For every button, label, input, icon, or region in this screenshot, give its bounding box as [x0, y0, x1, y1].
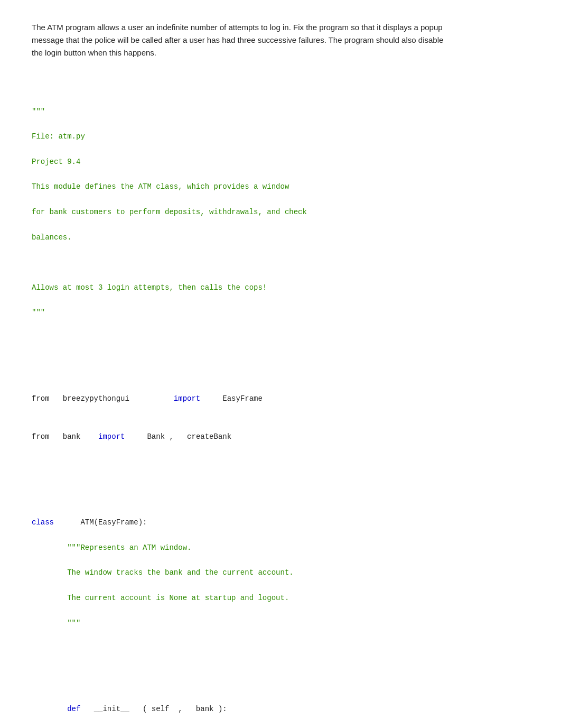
- spacer-2: [32, 468, 529, 479]
- from-keyword-2: from: [32, 432, 50, 441]
- docstring-blank-1: [32, 256, 529, 269]
- class-docstring-3: The current account is None at startup a…: [32, 592, 529, 605]
- docstring-line-1: File: atm.py: [32, 131, 529, 143]
- def-init-line: def __init__ ( self , bank ):: [32, 691, 529, 716]
- import-line-2: from bank import Bank , createBank: [32, 418, 529, 444]
- class-docstring-4: """: [32, 618, 529, 630]
- class-keyword: class: [32, 518, 54, 527]
- triple-quote-open: """: [32, 106, 529, 118]
- docstring-line-2: Project 9.4: [32, 156, 529, 169]
- import-keyword-2: import: [98, 432, 125, 441]
- def-keyword: def: [67, 705, 80, 713]
- code-block: """ File: atm.py Project 9.4 This module…: [32, 80, 529, 728]
- class-line: class ATM(EasyFrame):: [32, 504, 529, 530]
- triple-quote-close: """: [32, 307, 529, 319]
- docstring-line-3: This module defines the ATM class, which…: [32, 181, 529, 193]
- class-docstring-2: The window tracks the bank and the curre…: [32, 567, 529, 579]
- from-keyword-1: from: [32, 394, 50, 403]
- import-line-1: from breezypythongui import EasyFrame: [32, 380, 529, 406]
- spacer-3: [32, 655, 529, 666]
- docstring-line-7: Allows at most 3 login attempts, then ca…: [32, 282, 529, 294]
- spacer-1: [32, 345, 529, 355]
- class-docstring-1: """Represents an ATM window.: [32, 542, 529, 555]
- description-text: The ATM program allows a user an indefin…: [32, 21, 444, 59]
- docstring-line-5: balances.: [32, 232, 529, 244]
- import-keyword-1: import: [174, 394, 200, 403]
- docstring-line-4: for bank customers to perform deposits, …: [32, 206, 529, 219]
